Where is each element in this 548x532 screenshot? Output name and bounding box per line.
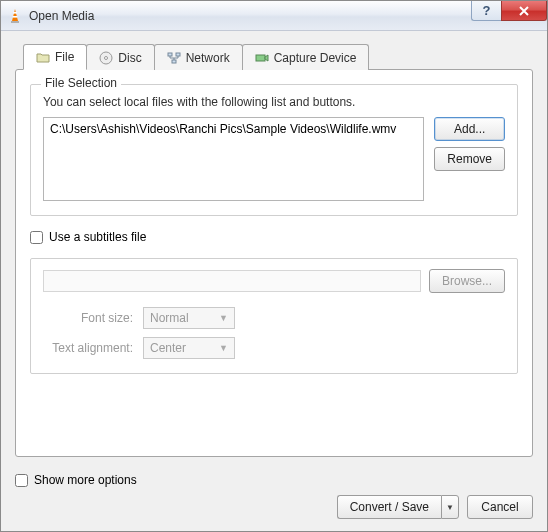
svg-marker-0 <box>12 9 18 21</box>
tab-file[interactable]: File <box>23 44 87 70</box>
chevron-down-icon: ▼ <box>219 313 228 323</box>
disc-icon <box>99 51 113 65</box>
use-subtitles-label: Use a subtitles file <box>49 230 146 244</box>
text-align-label: Text alignment: <box>43 341 133 355</box>
svg-rect-7 <box>176 53 180 56</box>
tab-file-label: File <box>55 50 74 64</box>
tab-network-label: Network <box>186 51 230 65</box>
svg-rect-8 <box>172 60 176 63</box>
show-more-checkbox[interactable] <box>15 474 28 487</box>
open-media-dialog: Open Media ? File Disc <box>0 0 548 532</box>
window-title: Open Media <box>29 9 94 23</box>
tab-strip: File Disc Network Capture Device <box>15 44 533 70</box>
file-selection-legend: File Selection <box>41 76 121 90</box>
tab-network[interactable]: Network <box>154 44 243 70</box>
remove-button[interactable]: Remove <box>434 147 505 171</box>
network-icon <box>167 51 181 65</box>
tab-capture[interactable]: Capture Device <box>242 44 370 70</box>
tab-disc[interactable]: Disc <box>86 44 154 70</box>
tab-panel-file: File Selection You can select local file… <box>15 69 533 457</box>
use-subtitles-checkbox[interactable] <box>30 231 43 244</box>
cancel-button[interactable]: Cancel <box>467 495 533 519</box>
add-button[interactable]: Add... <box>434 117 505 141</box>
browse-button: Browse... <box>429 269 505 293</box>
svg-rect-3 <box>13 16 18 18</box>
file-list[interactable]: C:\Users\Ashish\Videos\Ranchi Pics\Sampl… <box>43 117 424 201</box>
chevron-down-icon: ▼ <box>219 343 228 353</box>
font-size-label: Font size: <box>43 311 133 325</box>
close-button[interactable] <box>501 1 547 21</box>
show-more-row[interactable]: Show more options <box>15 473 533 487</box>
capture-icon <box>255 51 269 65</box>
font-size-select: Normal ▼ <box>143 307 235 329</box>
convert-save-button[interactable]: Convert / Save <box>337 495 441 519</box>
svg-rect-1 <box>11 21 19 23</box>
file-selection-hint: You can select local files with the foll… <box>43 95 505 109</box>
titlebar: Open Media ? <box>1 1 547 31</box>
tab-disc-label: Disc <box>118 51 141 65</box>
font-size-value: Normal <box>150 311 189 325</box>
svg-rect-2 <box>13 12 17 14</box>
svg-rect-9 <box>256 55 265 61</box>
svg-rect-6 <box>168 53 172 56</box>
vlc-cone-icon <box>7 8 23 24</box>
file-icon <box>36 50 50 64</box>
use-subtitles-row[interactable]: Use a subtitles file <box>30 230 518 244</box>
text-align-select: Center ▼ <box>143 337 235 359</box>
tab-capture-label: Capture Device <box>274 51 357 65</box>
help-button[interactable]: ? <box>471 1 501 21</box>
subtitle-path-input <box>43 270 421 292</box>
subtitles-group: Browse... Font size: Normal ▼ Text align… <box>30 258 518 374</box>
text-align-value: Center <box>150 341 186 355</box>
svg-point-5 <box>105 56 108 59</box>
file-selection-group: File Selection You can select local file… <box>30 84 518 216</box>
file-list-item[interactable]: C:\Users\Ashish\Videos\Ranchi Pics\Sampl… <box>50 122 417 136</box>
convert-save-dropdown[interactable]: ▼ <box>441 495 459 519</box>
show-more-label: Show more options <box>34 473 137 487</box>
